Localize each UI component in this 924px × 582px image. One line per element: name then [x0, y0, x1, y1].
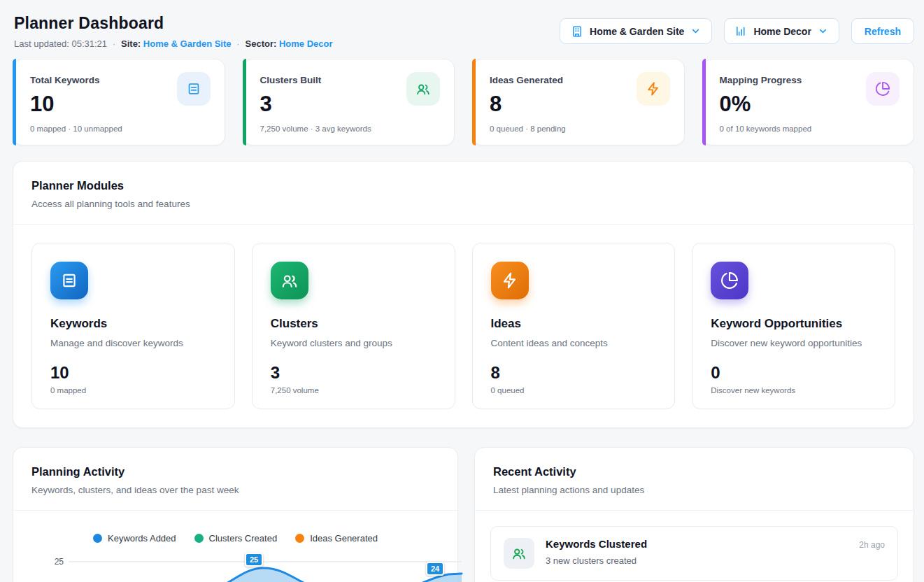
list-icon [177, 72, 211, 106]
stat-detail: 0 of 10 keywords mapped [720, 125, 899, 133]
module-description: Discover new keyword opportunities [711, 338, 876, 348]
module-title: Keyword Opportunities [711, 317, 876, 331]
activity-item-time: 2h ago [859, 540, 885, 550]
site-meta: Site: Home & Garden Site [121, 38, 232, 49]
activity-list: Keywords Clustered 2h ago 3 new clusters… [475, 511, 914, 582]
chevron-down-icon [690, 26, 701, 36]
chevron-down-icon [818, 26, 828, 36]
module-card-keyword-opportunities[interactable]: Keyword Opportunities Discover new keywo… [692, 243, 895, 409]
module-value: 10 [50, 363, 216, 383]
modules-subtitle: Access all planning tools and features [31, 199, 895, 209]
module-card-clusters[interactable]: Clusters Keyword clusters and groups 3 7… [252, 243, 455, 409]
list-item-keywords-clustered[interactable]: Keywords Clustered 2h ago 3 new clusters… [490, 526, 898, 581]
recent-activity-header: Recent Activity Latest planning actions … [475, 448, 914, 510]
legend-label: Ideas Generated [310, 533, 378, 544]
stat-detail: 7,250 volume · 3 avg keywords [260, 125, 439, 133]
data-point-label-24: 24 [426, 562, 444, 576]
stats-row: Total Keywords 10 0 mapped · 10 unmapped… [13, 59, 914, 146]
stat-card-clusters-built: Clusters Built 3 7,250 volume · 3 avg ke… [243, 59, 455, 146]
legend-dot-orange [295, 534, 304, 543]
header-left: Planner Dashboard Last updated: 05:31:21… [14, 14, 333, 49]
chart-legend: Keywords Added Clusters Created Ideas Ge… [13, 533, 457, 544]
stat-card-total-keywords: Total Keywords 10 0 mapped · 10 unmapped [13, 59, 225, 146]
legend-item-ideas-generated[interactable]: Ideas Generated [295, 533, 378, 544]
sector-selector-label: Home Decor [753, 26, 811, 37]
module-detail: 0 mapped [50, 386, 216, 395]
lightning-icon [637, 72, 670, 106]
list-icon [50, 262, 88, 299]
recent-activity-title: Recent Activity [493, 465, 895, 478]
module-description: Content ideas and concepts [491, 338, 657, 348]
activity-item-description: 3 new clusters created [546, 555, 885, 566]
sector-meta: Sector: Home Decor [246, 38, 333, 49]
module-card-keywords[interactable]: Keywords Manage and discover keywords 10… [31, 243, 235, 409]
stat-detail: 0 queued · 8 pending [490, 125, 669, 133]
module-value: 8 [491, 363, 657, 383]
stat-detail: 0 mapped · 10 unmapped [30, 125, 209, 133]
planner-modules-section: Planner Modules Access all planning tool… [13, 161, 914, 428]
page-header: Planner Dashboard Last updated: 05:31:21… [0, 0, 924, 49]
pie-chart-icon [711, 262, 748, 299]
pie-chart-icon [866, 72, 900, 106]
legend-item-clusters-created[interactable]: Clusters Created [194, 533, 278, 544]
legend-dot-green [194, 534, 204, 543]
recent-activity-card: Recent Activity Latest planning actions … [474, 447, 914, 582]
divider [13, 510, 457, 511]
legend-item-keywords-added[interactable]: Keywords Added [93, 533, 176, 544]
recent-activity-subtitle: Latest planning actions and updates [493, 485, 895, 495]
module-title: Ideas [491, 317, 657, 331]
module-description: Keyword clusters and groups [271, 338, 436, 348]
module-detail: 0 queued [491, 386, 657, 395]
page-title: Planner Dashboard [14, 14, 333, 33]
meta-separator: · [237, 39, 240, 49]
site-link[interactable]: Home & Garden Site [143, 38, 232, 49]
planning-activity-subtitle: Keywords, clusters, and ideas over the p… [31, 485, 439, 495]
bar-chart-icon [735, 25, 747, 37]
activity-item-title: Keywords Clustered [546, 538, 647, 550]
module-detail: Discover new keywords [711, 386, 876, 395]
planner-dashboard-page: Planner Dashboard Last updated: 05:31:21… [0, 0, 924, 582]
planning-activity-card: Planning Activity Keywords, clusters, an… [13, 447, 458, 582]
legend-dot-blue [93, 534, 102, 543]
legend-label: Clusters Created [209, 533, 278, 544]
stat-card-ideas-generated: Ideas Generated 8 0 queued · 8 pending [472, 59, 685, 146]
module-detail: 7,250 volume [271, 386, 436, 395]
module-title: Keywords [50, 317, 216, 331]
planning-activity-chart[interactable]: 25 25 24 [13, 546, 457, 582]
activity-item-body: Keywords Clustered 2h ago 3 new clusters… [546, 538, 885, 566]
page-meta: Last updated: 05:31:21 · Site: Home & Ga… [14, 38, 333, 49]
module-description: Manage and discover keywords [50, 338, 216, 348]
bottom-row: Planning Activity Keywords, clusters, an… [13, 447, 914, 582]
data-point-label-25: 25 [245, 553, 263, 567]
site-selector-dropdown[interactable]: Home & Garden Site [560, 18, 712, 44]
last-updated-text: Last updated: 05:31:21 [14, 38, 107, 49]
modules-grid: Keywords Manage and discover keywords 10… [13, 225, 914, 427]
legend-label: Keywords Added [108, 533, 176, 544]
users-icon [504, 538, 534, 569]
site-selector-label: Home & Garden Site [590, 26, 684, 37]
planning-activity-header: Planning Activity Keywords, clusters, an… [13, 448, 457, 510]
module-value: 0 [711, 363, 876, 383]
refresh-button[interactable]: Refresh [851, 18, 914, 44]
sector-link[interactable]: Home Decor [279, 38, 333, 49]
modules-header: Planner Modules Access all planning tool… [13, 162, 914, 224]
building-icon [571, 25, 583, 38]
stat-card-mapping-progress: Mapping Progress 0% 0 of 10 keywords map… [702, 59, 915, 146]
users-icon [271, 262, 308, 299]
header-controls: Home & Garden Site Home Decor Refresh [560, 14, 914, 44]
module-value: 3 [271, 363, 436, 383]
y-axis-tick-25: 25 [41, 557, 64, 567]
users-icon [406, 72, 440, 106]
sector-selector-dropdown[interactable]: Home Decor [724, 18, 839, 44]
lightning-icon [491, 262, 529, 299]
meta-separator: · [113, 39, 115, 49]
area-chart-svg [13, 546, 468, 582]
module-card-ideas[interactable]: Ideas Content ideas and concepts 8 0 que… [472, 243, 676, 409]
planning-activity-title: Planning Activity [31, 465, 439, 478]
modules-title: Planner Modules [31, 179, 895, 192]
module-title: Clusters [271, 317, 436, 331]
